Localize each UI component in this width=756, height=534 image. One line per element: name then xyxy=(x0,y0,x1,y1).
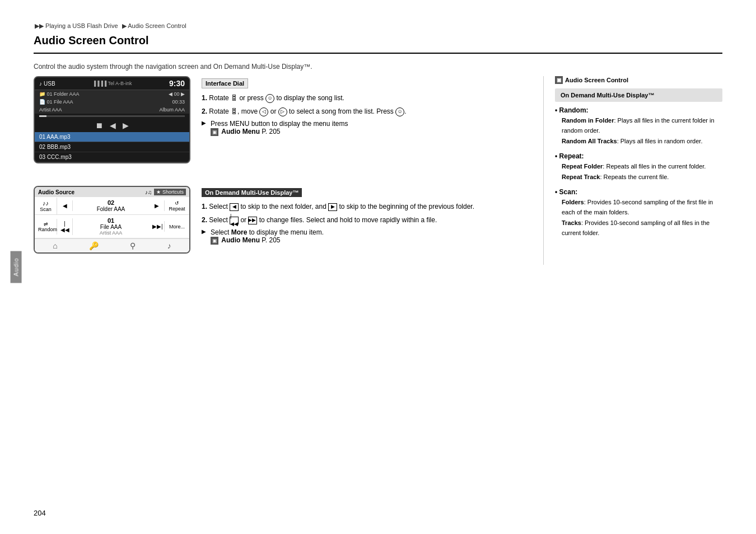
od-instructions: On Demand Multi-Use Display™ 1. Select ◀… xyxy=(202,186,526,254)
sidebar-label: Audio xyxy=(11,251,22,283)
right-box-label: On Demand Multi-Use Display™ xyxy=(555,88,722,102)
od-bottom-nav-icon: ⚲ xyxy=(130,241,136,250)
tel-icon: Tel xyxy=(108,81,115,86)
random-all-tracks-label: Random All Tracks xyxy=(562,138,617,144)
random-all-tracks-text: : Plays all files in random order. xyxy=(617,138,703,144)
od-screen-mockup: Audio Source ♪♫ ★ Shortcuts ♪♪ Scan ◀ xyxy=(34,186,190,254)
track-list: 01 AAA.mp3 02 BBB.mp3 03 CCC.mp3 xyxy=(35,132,189,162)
od-repeat-label: Repeat xyxy=(168,206,186,212)
od-prev-btn[interactable]: ◀ xyxy=(57,200,73,211)
usb-screen-mockup: ♪ USB ▐▐▐▐ Tel A-B-ink 9:30 📁 xyxy=(34,76,190,163)
usb-section-row: ♪ USB ▐▐▐▐ Tel A-B-ink 9:30 📁 xyxy=(34,76,526,175)
bullet-random-sub: Random in Folder: Plays all files in the… xyxy=(555,116,722,147)
od-more-btn[interactable]: More... xyxy=(165,222,189,232)
od-file-info: 01 File AAA Artist AAA xyxy=(73,215,149,238)
bullet-scan-title: Scan: xyxy=(555,188,722,196)
od-step-2: 2. Select |◀◀ or ▶▶| to change files. Se… xyxy=(202,215,526,225)
scan-tracks-text: : Provides 10-second sampling of all fil… xyxy=(562,219,710,236)
od-scan-icon: ♪♪ xyxy=(38,200,53,207)
ref-audio-menu-1: ▣ Audio Menu P. 205 xyxy=(202,128,526,136)
counter-icon: ◀ 00 ▶ xyxy=(169,91,185,97)
bullet-random-title: Random: xyxy=(555,106,722,114)
breadcrumb-part-1: ▶▶ Playing a USB Flash Drive xyxy=(35,22,118,29)
track-item-3: 03 CCC.mp3 xyxy=(35,152,189,162)
od-step-2-text: Select |◀◀ or ▶▶| to change files. Selec… xyxy=(209,216,437,224)
od-next-file-icon: ▶▶| xyxy=(248,217,257,224)
od-scan-label: Scan xyxy=(38,207,53,212)
od-row-1: ♪♪ Scan ◀ 02 Folder AAA ▶ ↺ Repeat xyxy=(35,197,189,215)
play-icon: ▶ xyxy=(123,121,129,130)
track-item-1: 01 AAA.mp3 xyxy=(35,132,189,142)
od-repeat-cell: ↺ Repeat xyxy=(165,198,189,214)
ref-icon-1: ▣ xyxy=(211,128,218,136)
od-list: 1. Select ◀ to skip to the next folder, … xyxy=(202,202,526,225)
page-title: Audio Screen Control xyxy=(34,34,722,47)
od-step-1: 1. Select ◀ to skip to the next folder, … xyxy=(202,202,526,212)
od-random-label: Random xyxy=(38,227,53,232)
od-skip-fwd-icon: ▶ xyxy=(328,203,337,211)
scan-folders-item: Folders: Provides 10-second sampling of … xyxy=(562,198,722,217)
dial-rotate-icon: 🎛 xyxy=(231,93,237,103)
track-item-2: 02 BBB.mp3 xyxy=(35,142,189,152)
od-random-cell: ⇌ Random xyxy=(35,219,57,235)
od-prev-file-icon: |◀◀ xyxy=(230,217,239,224)
rew-icon: ◀ xyxy=(110,121,116,130)
od-audio-source: Audio Source xyxy=(38,189,74,195)
od-next-track-btn[interactable]: ▶▶| xyxy=(149,221,165,232)
od-section-label: On Demand Multi-Use Display™ xyxy=(202,188,302,197)
step-2: 2. Rotate 🎛, move ◁ or ▷ to select a son… xyxy=(202,106,526,116)
od-folder-info: 02 Folder AAA xyxy=(73,197,149,214)
od-repeat-icon: ↺ xyxy=(168,200,186,206)
od-section-row: Audio Source ♪♫ ★ Shortcuts ♪♪ Scan ◀ xyxy=(34,186,526,254)
screen-status-icons: ▐▐▐▐ Tel A-B-ink xyxy=(92,81,132,86)
main-content: ♪ USB ▐▐▐▐ Tel A-B-ink 9:30 📁 xyxy=(34,76,722,265)
od-screen-header: Audio Source ♪♫ ★ Shortcuts xyxy=(35,187,189,197)
od-next-btn[interactable]: ▶ xyxy=(149,200,165,211)
step-2-num: 2. xyxy=(202,107,207,115)
file-text: 01 File AAA xyxy=(47,99,73,105)
scan-tracks-label: Tracks xyxy=(562,219,581,226)
screen-controls: ⏹ ◀ ▶ xyxy=(35,119,189,132)
bullet-random: Random: Random in Folder: Plays all file… xyxy=(555,106,722,147)
step-1: 1. Rotate 🎛 or press ☺ to display the so… xyxy=(202,93,526,103)
album-text: Album AAA xyxy=(159,107,185,113)
ref-audio-menu-2: ▣ Audio Menu P. 205 xyxy=(202,236,526,245)
file-icon: 📄 xyxy=(39,99,45,105)
random-all-tracks-item: Random All Tracks: Plays all files in ra… xyxy=(562,137,722,147)
artist-text: Artist AAA xyxy=(39,107,62,113)
bullet-scan-sub: Folders: Provides 10-second sampling of … xyxy=(555,198,722,238)
random-in-folder-item: Random in Folder: Plays all files in the… xyxy=(562,116,722,135)
bullet-repeat-title: Repeat: xyxy=(555,152,722,160)
right-section-title: Audio Screen Control xyxy=(565,77,628,83)
od-skip-icon: ◀ xyxy=(230,203,239,211)
usb-text: USB xyxy=(44,81,55,87)
od-bottom-home-icon: ⌂ xyxy=(53,241,57,250)
repeat-folder-label: Repeat Folder xyxy=(562,163,603,170)
file-info: 📄 01 File AAA xyxy=(39,99,73,105)
repeat-track-item: Repeat Track: Repeats the current file. xyxy=(562,172,722,182)
left-move-icon: ◁ xyxy=(259,107,268,116)
od-folder-num: 02 xyxy=(75,199,147,206)
dial-press-icon: ☺ xyxy=(265,94,274,103)
od-folder-label: Folder AAA xyxy=(75,206,147,212)
right-section-header: ▣ Audio Screen Control xyxy=(555,76,722,84)
folder-info: 📁 01 Folder AAA xyxy=(39,91,80,97)
od-prev-track-btn[interactable]: |◀◀ xyxy=(57,218,73,235)
folder-icon: 📁 xyxy=(39,91,45,97)
right-section-icon: ▣ xyxy=(555,76,563,84)
repeat-folder-text: : Repeats all files in the current folde… xyxy=(603,163,706,170)
random-in-folder-label: Random in Folder xyxy=(562,117,614,124)
interface-dial-list: 1. Rotate 🎛 or press ☺ to display the so… xyxy=(202,93,526,116)
interface-dial-instructions: Interface Dial 1. Rotate 🎛 or press ☺ to… xyxy=(202,76,526,175)
od-scan-cell: ♪♪ Scan xyxy=(35,198,57,214)
page-number: 204 xyxy=(34,509,46,517)
page-subtitle: Control the audio system through the nav… xyxy=(34,63,722,71)
od-artist-label: Artist AAA xyxy=(75,230,147,236)
bullet-repeat: Repeat: Repeat Folder: Repeats all files… xyxy=(555,152,722,182)
more-text: More xyxy=(231,228,248,236)
ref-text-2: Audio Menu xyxy=(221,236,260,244)
repeat-folder-item: Repeat Folder: Repeats all files in the … xyxy=(562,162,722,172)
arrow-menu-item: Press MENU button to display the menu it… xyxy=(202,120,526,128)
screen-header: ♪ USB ▐▐▐▐ Tel A-B-ink 9:30 xyxy=(35,77,189,90)
progress-fill xyxy=(39,115,46,117)
